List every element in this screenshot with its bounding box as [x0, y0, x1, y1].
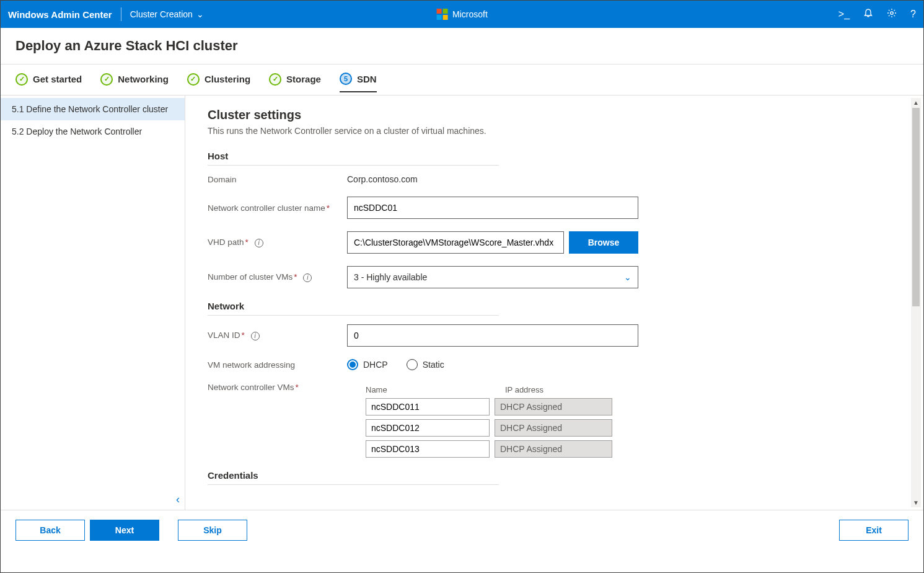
- nc-name-input[interactable]: [347, 197, 638, 219]
- radio-label: DHCP: [363, 360, 388, 370]
- select-value: 3 - Highly available: [354, 272, 427, 282]
- addressing-label: VM network addressing: [208, 360, 347, 370]
- credentials-section-header: Credentials: [208, 470, 499, 485]
- sidenav-item-deploy-nc[interactable]: 5.2 Deploy the Network Controller: [1, 120, 185, 143]
- network-section-header: Network: [208, 301, 499, 316]
- nc-vms-label: Network controller VMs*: [208, 383, 347, 392]
- vhd-path-input[interactable]: [347, 231, 564, 254]
- step-get-started[interactable]: ✓ Get started: [15, 73, 82, 92]
- divider: [121, 7, 121, 21]
- step-clustering[interactable]: ✓ Clustering: [187, 73, 250, 92]
- vm-ip-input: [495, 419, 612, 437]
- check-icon: ✓: [269, 73, 281, 86]
- step-label: Networking: [118, 74, 169, 84]
- vm-ip-input: [495, 440, 612, 458]
- info-icon[interactable]: i: [303, 273, 312, 282]
- wizard-footer: Back Next Skip Exit: [1, 510, 923, 549]
- skip-button[interactable]: Skip: [178, 520, 247, 541]
- breadcrumb-context[interactable]: Cluster Creation ⌄: [130, 9, 204, 19]
- collapse-nav-icon[interactable]: ‹: [176, 493, 180, 506]
- browse-button[interactable]: Browse: [569, 231, 638, 254]
- table-row: [366, 419, 612, 437]
- host-section-header: Host: [208, 151, 499, 166]
- vm-name-input[interactable]: [366, 440, 490, 458]
- num-vms-label: Number of cluster VMs* i: [208, 272, 347, 282]
- step-label: Storage: [286, 74, 321, 84]
- scroll-up-icon[interactable]: ▲: [911, 99, 921, 106]
- nc-name-label: Network controller cluster name*: [208, 203, 347, 213]
- vm-ip-input: [495, 398, 612, 415]
- vhd-path-label: VHD path* i: [208, 238, 347, 247]
- sidenav-item-define-nc-cluster[interactable]: 5.1 Define the Network Controller cluste…: [1, 98, 185, 120]
- table-row: [366, 440, 612, 458]
- vlan-id-label: VLAN ID* i: [208, 331, 347, 340]
- back-button[interactable]: Back: [15, 520, 85, 541]
- section-title: Cluster settings: [208, 108, 901, 122]
- console-icon[interactable]: >_: [838, 9, 850, 20]
- main-panel: Cluster settings This runs the Network C…: [185, 96, 923, 510]
- vlan-id-input[interactable]: [347, 324, 638, 347]
- info-icon[interactable]: i: [255, 239, 263, 247]
- domain-label: Domain: [208, 175, 347, 184]
- settings-icon[interactable]: [887, 8, 897, 20]
- top-bar: Windows Admin Center Cluster Creation ⌄ …: [1, 1, 923, 28]
- svg-point-0: [891, 12, 893, 14]
- vm-name-input[interactable]: [366, 398, 490, 415]
- col-name-header: Name: [366, 385, 505, 394]
- num-vms-select[interactable]: 3 - Highly available ⌄: [347, 266, 638, 288]
- vm-name-input[interactable]: [366, 419, 490, 437]
- side-nav: 5.1 Define the Network Controller cluste…: [1, 96, 185, 510]
- step-storage[interactable]: ✓ Storage: [269, 73, 321, 92]
- microsoft-logo-icon: [436, 9, 447, 20]
- step-networking[interactable]: ✓ Networking: [100, 73, 169, 92]
- notifications-icon[interactable]: [863, 8, 873, 20]
- domain-value: Corp.contoso.com: [347, 174, 418, 184]
- scrollbar[interactable]: ▲ ▼: [911, 98, 921, 507]
- check-icon: ✓: [100, 73, 113, 86]
- brand-label: Microsoft: [452, 9, 488, 19]
- chevron-down-icon: ⌄: [196, 9, 204, 19]
- table-row: [366, 398, 612, 415]
- nc-vms-table: Name IP address: [347, 385, 612, 458]
- radio-label: Static: [423, 360, 444, 370]
- exit-button[interactable]: Exit: [839, 520, 909, 541]
- info-icon[interactable]: i: [251, 332, 260, 340]
- step-label: SDN: [357, 74, 377, 84]
- check-icon: ✓: [15, 73, 28, 86]
- radio-dot-icon: [347, 359, 358, 370]
- wizard-steps: ✓ Get started ✓ Networking ✓ Clustering …: [1, 64, 923, 96]
- chevron-down-icon: ⌄: [624, 272, 631, 282]
- page-title: Deploy an Azure Stack HCI cluster: [1, 28, 923, 64]
- col-ip-header: IP address: [505, 385, 543, 394]
- help-icon[interactable]: ?: [910, 9, 916, 20]
- next-button[interactable]: Next: [90, 520, 159, 541]
- context-label: Cluster Creation: [130, 9, 193, 19]
- section-subtitle: This runs the Network Controller service…: [208, 126, 901, 136]
- step-number: 5: [340, 73, 352, 85]
- step-label: Clustering: [205, 74, 250, 84]
- scroll-down-icon[interactable]: ▼: [911, 499, 921, 506]
- radio-dhcp[interactable]: DHCP: [347, 359, 388, 370]
- radio-static[interactable]: Static: [407, 359, 444, 370]
- step-sdn[interactable]: 5 SDN: [340, 73, 377, 92]
- brand-center: Microsoft: [436, 9, 488, 20]
- radio-dot-icon: [407, 359, 418, 370]
- check-icon: ✓: [187, 73, 200, 86]
- step-label: Get started: [33, 74, 82, 84]
- scroll-thumb[interactable]: [912, 108, 920, 306]
- product-name: Windows Admin Center: [8, 9, 121, 20]
